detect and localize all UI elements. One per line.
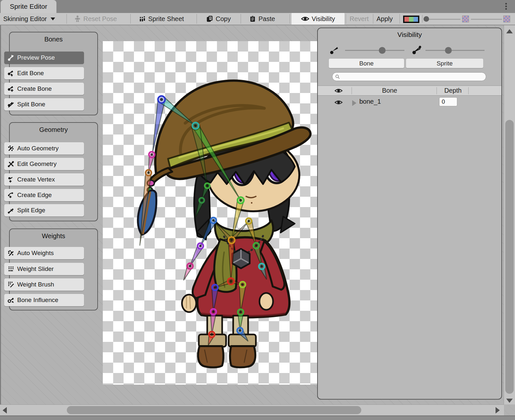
- tab-sprite-editor-label: Sprite Editor: [10, 3, 47, 10]
- color-channels-swatch[interactable]: [403, 16, 419, 23]
- bone-row[interactable]: bone_1: [318, 96, 501, 110]
- geometry-panel-title: Geometry: [10, 123, 97, 134]
- window-bottom-edge: [0, 415, 515, 420]
- weight-brush-button[interactable]: Weight Brush: [4, 278, 84, 291]
- eye-icon: [301, 16, 309, 22]
- reset-pose-label: Reset Pose: [83, 15, 117, 23]
- reset-pose-button[interactable]: Reset Pose: [72, 13, 119, 25]
- alpha-slider-track[interactable]: [427, 19, 461, 20]
- search-input[interactable]: [342, 73, 486, 80]
- scroll-up-icon[interactable]: [506, 29, 513, 33]
- copy-icon: [206, 15, 213, 22]
- checker-swatch-icon-2: [503, 16, 510, 22]
- split-bone-button[interactable]: Split Bone: [4, 98, 84, 111]
- vertical-scrollbar-thumb[interactable]: [505, 120, 514, 394]
- bone-influence-icon: [7, 297, 15, 304]
- visibility-button[interactable]: Visibility: [292, 13, 344, 25]
- window-left-edge: [0, 13, 1, 415]
- sprite-opacity-slider-knob[interactable]: [445, 47, 452, 54]
- paste-icon: [249, 15, 256, 22]
- bone-outline-icon: [412, 46, 422, 55]
- sprite-opacity-slider-track[interactable]: [425, 50, 485, 51]
- split-bone-icon: [7, 101, 15, 108]
- edit-bone-icon: [7, 70, 15, 77]
- tab-sprite-editor[interactable]: Sprite Editor: [1, 0, 56, 13]
- auto-geometry-button[interactable]: Auto Geometry: [4, 142, 84, 155]
- sprite-canvas[interactable]: [102, 25, 317, 403]
- bone-column-header[interactable]: Bone: [382, 87, 397, 94]
- depth-input[interactable]: [439, 97, 457, 106]
- tab-sprite[interactable]: Sprite: [406, 59, 483, 68]
- split-edge-button[interactable]: Split Edge: [4, 204, 84, 216]
- toolbar-divider: [373, 14, 373, 24]
- toolbar-divider: [66, 14, 67, 24]
- scroll-right-icon[interactable]: [496, 407, 500, 414]
- column-separator: [437, 87, 437, 94]
- eye-column-icon[interactable]: [334, 88, 343, 94]
- weight-brush-label: Weight Brush: [17, 281, 54, 288]
- weight-slider-icon: [7, 265, 15, 273]
- bone-filled-icon: [329, 46, 339, 55]
- tab-bone[interactable]: Bone: [329, 59, 404, 68]
- visibility-panel: Visibility Bone Sprite Bone Depth: [317, 28, 502, 400]
- create-bone-icon: [7, 85, 15, 92]
- scroll-left-icon[interactable]: [3, 407, 7, 414]
- bone-opacity-slider-knob[interactable]: [379, 47, 386, 54]
- auto-geometry-icon: [7, 145, 15, 152]
- revert-button[interactable]: Revert: [348, 13, 371, 25]
- alpha-slider-knob[interactable]: [424, 16, 429, 22]
- green-channel: [409, 17, 413, 22]
- column-separator: [352, 87, 352, 94]
- create-bone-label: Create Bone: [17, 85, 52, 92]
- bone-influence-label: Bone Influence: [17, 297, 58, 304]
- create-vertex-button[interactable]: Create Vertex: [4, 173, 84, 186]
- create-edge-icon: [7, 192, 15, 199]
- split-edge-icon: [7, 207, 15, 214]
- brightness-slider-track[interactable]: [471, 19, 502, 20]
- toolbar-divider: [400, 14, 400, 24]
- vertical-scrollbar[interactable]: [504, 25, 515, 404]
- preview-pose-button[interactable]: Preview Pose: [4, 52, 84, 64]
- tab-bone-label: Bone: [359, 60, 374, 67]
- person-icon: [74, 15, 81, 22]
- paste-label: Paste: [258, 15, 275, 23]
- toolbar: Skinning Editor Reset Pose Sprite Sheet: [0, 13, 515, 25]
- skinning-editor-dropdown[interactable]: Skinning Editor: [1, 13, 57, 25]
- scroll-down-icon[interactable]: [506, 399, 513, 403]
- paste-button[interactable]: Paste: [247, 13, 277, 25]
- row-visibility-eye-icon[interactable]: [334, 99, 343, 106]
- visibility-panel-title: Visibility: [318, 28, 501, 39]
- horizontal-scrollbar[interactable]: [0, 404, 504, 415]
- toolbar-divider: [346, 14, 346, 24]
- depth-column-header[interactable]: Depth: [444, 87, 461, 94]
- auto-weights-button[interactable]: Auto Weights: [4, 247, 84, 259]
- create-edge-label: Create Edge: [17, 192, 52, 199]
- expander-triangle-icon[interactable]: [352, 100, 356, 106]
- visibility-label: Visibility: [312, 15, 335, 23]
- search-box[interactable]: [332, 72, 486, 81]
- bone-opacity-slider-track[interactable]: [345, 50, 404, 51]
- create-vertex-label: Create Vertex: [17, 176, 55, 183]
- toolbar-divider: [290, 14, 290, 24]
- copy-button[interactable]: Copy: [204, 13, 233, 25]
- edit-bone-button[interactable]: Edit Bone: [4, 67, 84, 79]
- auto-weights-label: Auto Weights: [17, 250, 54, 257]
- sprite-sheet-button[interactable]: Sprite Sheet: [137, 13, 186, 25]
- kebab-menu-icon[interactable]: [502, 2, 510, 12]
- bone-row-name[interactable]: bone_1: [359, 98, 381, 105]
- create-vertex-icon: [7, 176, 15, 183]
- apply-button[interactable]: Apply: [375, 13, 395, 25]
- horizontal-scrollbar-thumb[interactable]: [67, 406, 361, 414]
- toolbar-divider: [241, 14, 241, 24]
- create-edge-button[interactable]: Create Edge: [4, 189, 84, 201]
- edit-geometry-button[interactable]: Edit Geometry: [4, 158, 84, 170]
- weight-slider-label: Weight Slider: [17, 265, 54, 273]
- auto-weights-icon: [7, 250, 15, 257]
- weight-slider-button[interactable]: Weight Slider: [4, 263, 84, 275]
- create-bone-button[interactable]: Create Bone: [4, 83, 84, 95]
- bone-influence-button[interactable]: Bone Influence: [4, 294, 84, 306]
- toolbar-divider: [130, 14, 131, 24]
- tab-sprite-label: Sprite: [437, 60, 453, 67]
- skinning-editor-label: Skinning Editor: [3, 15, 47, 23]
- toolbar-divider: [422, 15, 423, 23]
